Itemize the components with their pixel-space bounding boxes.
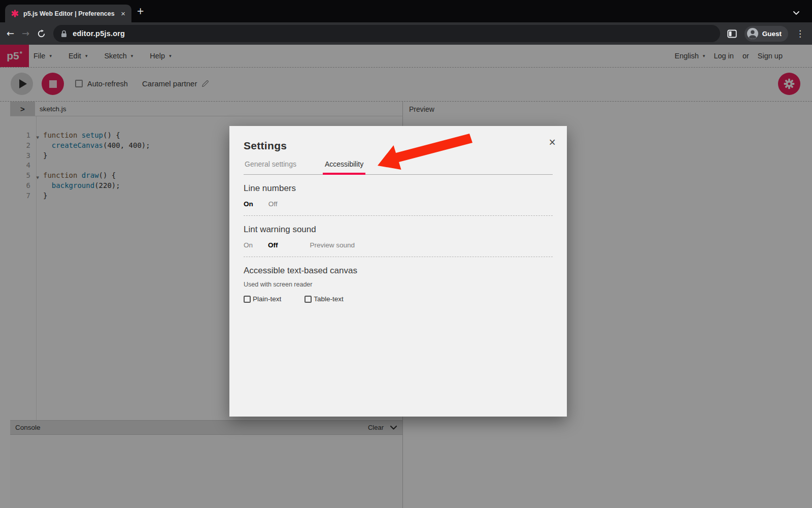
- avatar-icon: [747, 28, 758, 39]
- plain-text-option[interactable]: Plain-text: [244, 295, 281, 303]
- lint-sound-on[interactable]: On: [244, 241, 253, 249]
- tab-general-settings[interactable]: General settings: [245, 160, 296, 174]
- profile-button[interactable]: Guest: [745, 26, 788, 42]
- lock-icon: [61, 30, 67, 38]
- forward-button[interactable]: →: [22, 29, 29, 38]
- back-button[interactable]: ←: [7, 29, 14, 38]
- divider: [244, 257, 553, 257]
- divider: [244, 215, 553, 216]
- address-bar[interactable]: editor.p5js.org: [53, 25, 720, 42]
- p5-favicon-icon: [11, 10, 19, 17]
- table-text-option[interactable]: Table-text: [304, 295, 344, 303]
- browser-tabstrip: p5.js Web Editor | Preferences × +: [0, 0, 812, 22]
- side-panel-icon[interactable]: [727, 29, 737, 38]
- accessible-canvas-subheading: Used with screen reader: [244, 281, 553, 288]
- line-numbers-off[interactable]: Off: [268, 200, 278, 208]
- profile-label: Guest: [762, 30, 782, 38]
- modal-close-icon[interactable]: ×: [549, 137, 556, 148]
- table-text-checkbox[interactable]: [304, 296, 312, 303]
- lint-sound-off[interactable]: Off: [268, 241, 278, 249]
- reload-button[interactable]: [37, 29, 46, 38]
- section-accessible-canvas: Accessible text-based canvas: [244, 266, 553, 276]
- url-text[interactable]: editor.p5js.org: [73, 29, 125, 38]
- tabstrip-chevron-down-icon[interactable]: [793, 8, 800, 17]
- plain-text-checkbox[interactable]: [244, 296, 251, 303]
- preview-sound-button[interactable]: Preview sound: [310, 241, 355, 249]
- tab-accessibility[interactable]: Accessibility: [323, 160, 365, 175]
- browser-menu-icon[interactable]: ⋮: [796, 28, 804, 39]
- section-line-numbers: Line numbers: [244, 183, 553, 194]
- line-numbers-on[interactable]: On: [244, 200, 253, 208]
- browser-tab[interactable]: p5.js Web Editor | Preferences ×: [5, 5, 131, 22]
- section-lint-warning-sound: Lint warning sound: [244, 225, 553, 235]
- tab-title: p5.js Web Editor | Preferences: [23, 10, 116, 17]
- tab-close-icon[interactable]: ×: [121, 10, 125, 17]
- browser-toolbar: ← → editor.p5js.org: [0, 22, 812, 45]
- new-tab-button[interactable]: +: [137, 5, 144, 18]
- annotation-arrow: [373, 130, 477, 178]
